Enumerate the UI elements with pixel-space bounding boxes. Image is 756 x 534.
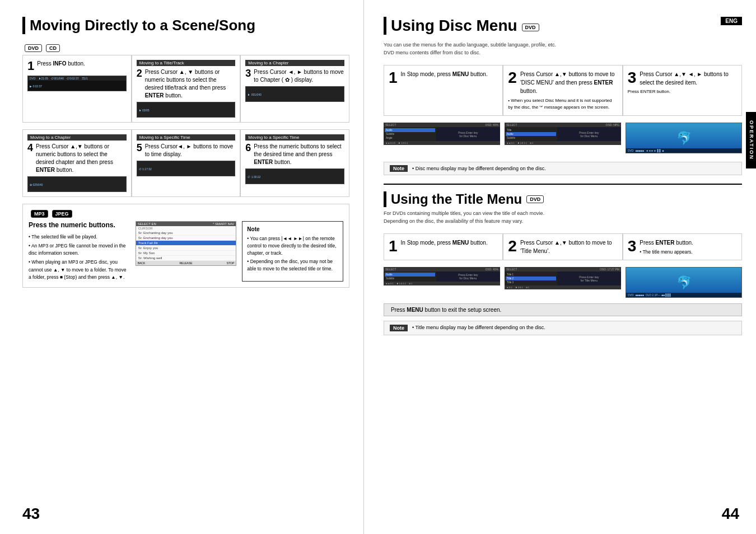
step6-text: Press the numeric buttons to select the … xyxy=(254,143,344,166)
mp3-main-text: Press the numeric buttons. xyxy=(29,221,130,229)
eng-badge: ENG xyxy=(721,17,742,25)
step1-text: Press INFO button. xyxy=(37,60,85,68)
step2-text: Press Cursor ▲, ▼ buttons or numeric but… xyxy=(145,68,236,100)
section4-header: Moving to a Chapter xyxy=(27,134,127,140)
title-menu-badge: DVD xyxy=(526,195,544,203)
disc-menu-steps: 1 In Stop mode, press MENU button. 2 Pre… xyxy=(384,65,742,116)
title-menu-screens: SELECTOSD: 40% Audio Subtitle Press Ente… xyxy=(384,267,742,298)
dvd-badge: DVD xyxy=(25,44,42,52)
dm-step3-note: Press ENTER button. xyxy=(628,89,737,94)
dm-step3: 3 Press Cursor ▲,▼ ◄, ► buttons to selec… xyxy=(623,65,742,116)
disc-menu-badge: DVD xyxy=(522,24,539,31)
mp3-section: MP3 JPEG Press the numeric buttons. • Th… xyxy=(22,204,349,288)
select-footer-stop: STOP xyxy=(227,261,235,265)
select-label: CURSOR xyxy=(136,226,236,231)
tm-step2: 2 Press Cursor ▲,▼ button to move to 'Ti… xyxy=(503,233,622,260)
select-item-5: Sr: My Son xyxy=(136,251,236,256)
tm-step3-note: • The title menu appears. xyxy=(628,249,737,255)
mp3-badge: MP3 xyxy=(31,210,48,218)
step3-cell: Moving to a Chapter 3 Press Cursor ◄, ► … xyxy=(240,55,349,123)
disc-menu-note-text: • Disc menu display may be different dep… xyxy=(412,166,546,171)
dm-step1-num: 1 xyxy=(389,70,398,86)
step4-cell: Moving to a Chapter 4 Press Cursor ▲,▼ b… xyxy=(22,129,132,197)
tm-step1: 1 In Stop mode, press MENU button. xyxy=(384,233,503,260)
tm-step2-num: 2 xyxy=(508,238,517,254)
operation-sidebar: OPERATION xyxy=(746,112,756,168)
dm-step1: 1 In Stop mode, press MENU button. xyxy=(384,65,503,116)
select-mock: SELECT EN * SMART NAV CURSOR Sr: Enchant… xyxy=(136,221,237,282)
title-menu-steps: 1 In Stop mode, press MENU button. 2 Pre… xyxy=(384,233,742,260)
step6-cell: Moving to a Specific Time 6 Press the nu… xyxy=(240,129,349,197)
section3-header: Moving to a Chapter xyxy=(245,60,344,66)
select-item-3: Track Fail Rit xyxy=(136,241,236,246)
step4-num: 4 xyxy=(27,143,33,153)
tm-screen1: SELECTOSD: 40% Audio Subtitle Press Ente… xyxy=(384,267,500,298)
step2-num: 2 xyxy=(137,68,142,78)
press-menu-bar: Press MENU button to exit the setup scre… xyxy=(384,303,742,316)
jpeg-badge: JPEG xyxy=(52,210,72,218)
select-header-left: SELECT EN xyxy=(138,222,156,226)
step1-num: 1 xyxy=(27,60,34,72)
select-item-6: Sr: Wishing well xyxy=(136,256,236,261)
note-bullet-2: • Depending on the disc, you may not be … xyxy=(247,258,338,273)
title-menu-note-label: Note xyxy=(390,325,408,331)
mp3-text-col: Press the numeric buttons. • The selecte… xyxy=(29,221,130,282)
mp3-bullet-2: • An MP3 or JPEG file cannot be moved in… xyxy=(29,242,130,257)
page-number-left: 43 xyxy=(22,505,40,523)
tm-step2-text: Press Cursor ▲,▼ button to move to 'Titl… xyxy=(520,238,618,255)
dm-step2-note: When you select Disc Menu and it is not … xyxy=(508,97,617,111)
step6-num: 6 xyxy=(245,143,251,153)
tm-step3-num: 3 xyxy=(628,238,637,254)
cd-badge: CD xyxy=(46,44,60,52)
step5-num: 5 xyxy=(137,143,142,153)
disc-menu-desc: You can use the menus for the audio lang… xyxy=(384,41,742,57)
step3-text: Press Cursor ◄, ► buttons to move to Cha… xyxy=(254,68,344,84)
dm-step1-text: In Stop mode, press MENU button. xyxy=(401,70,498,78)
disc-menu-title: Using Disc Menu xyxy=(384,17,517,35)
dm-screen2: SELECTOSD: NPG Title Audio Subtitle Pres… xyxy=(505,123,621,153)
dm-step2-text: Press Cursor ▲,▼ buttons to move to 'DIS… xyxy=(520,70,618,95)
title-menu-note-text: Title menu display may be different depe… xyxy=(412,324,545,332)
title-menu-title: Using the Title Menu xyxy=(384,191,522,207)
dm-step2-num: 2 xyxy=(508,70,517,86)
step3-num: 3 xyxy=(245,68,251,78)
tm-step1-text: In Stop mode, press MENU button. xyxy=(401,238,498,247)
disc-menu-note-bar: Note • Disc menu display may be differen… xyxy=(384,162,742,175)
dm-step2: 2 Press Cursor ▲,▼ buttons to move to 'D… xyxy=(503,65,622,116)
note-bullet-1: • You can press |◄◄ ►►| on the remote co… xyxy=(247,235,338,256)
section5-header: Moving to a Specific Time xyxy=(137,134,236,140)
left-page: Moving Directly to a Scene/Song DVD CD 1… xyxy=(0,0,364,534)
page-number-right: 44 xyxy=(722,505,739,523)
tm-step1-num: 1 xyxy=(389,238,398,254)
select-footer-back: BACK xyxy=(138,261,146,265)
mp3-bullet-1: • The selected file will be played. xyxy=(29,233,130,241)
step1-cell: 1 Press INFO button. DVD⏵21:05⏱001/040⏱0… xyxy=(22,55,132,123)
disc-menu-screens: SELECTOSD: 40% Audio Subtitle Angle Pres… xyxy=(384,123,742,153)
step5-cell: Moving to a Specific Time 5 Press Cursor… xyxy=(132,129,241,197)
note-box: Note • You can press |◄◄ ►►| on the remo… xyxy=(242,221,343,282)
disc-menu-note-label: Note xyxy=(390,165,408,172)
select-item-4: Sr: Enjoy you xyxy=(136,246,236,251)
tm-screen3: 🐬 DVD■■■■■OLD 2.1P— ■■ ▌▌▌ xyxy=(626,267,742,298)
section2-header: Moving to a Title/Track xyxy=(137,60,236,66)
tm-step3-text: Press ENTER button. xyxy=(640,238,737,247)
title-menu-note-bar: Note Title menu display may be different… xyxy=(384,321,742,335)
dm-screen1: SELECTOSD: 40% Audio Subtitle Angle Pres… xyxy=(384,123,500,153)
tm-screen2: SELECTOSD: 17:27 PM Title 1 Title 2 Titl… xyxy=(505,267,621,298)
step4-text: Press Cursor ▲,▼ buttons or numeric butt… xyxy=(36,143,127,174)
mp3-bullet-3: • When playing an MP3 or JPEG disc, you … xyxy=(29,259,130,282)
section6-header: Moving to a Specific Time xyxy=(245,134,344,140)
select-header-right: * SMART NAV xyxy=(213,222,234,226)
tm-step3: 3 Press ENTER button. • The title menu a… xyxy=(623,233,742,260)
note-title: Note xyxy=(247,225,338,233)
right-page: ENG OPERATION Using Disc Menu DVD You ca… xyxy=(364,0,756,534)
title-menu-desc: For DVDs containing multiple titles, you… xyxy=(384,210,742,225)
dm-screen3: 🐬 DVD■■■■■◄◄►► ▌▌ ■ xyxy=(626,123,742,153)
dm-step3-num: 3 xyxy=(628,70,637,86)
step5-text: Press Cursor◄, ► buttons to move to time… xyxy=(145,143,236,158)
left-title: Moving Directly to a Scene/Song xyxy=(22,17,349,34)
select-footer-release: RELEASE xyxy=(180,261,193,265)
select-item-2: Sr: Enchanting day you xyxy=(136,236,236,241)
step2-cell: Moving to a Title/Track 2 Press Cursor ▲… xyxy=(132,55,241,123)
dm-step3-text: Press Cursor ▲,▼ ◄, ► buttons to select … xyxy=(640,70,737,87)
